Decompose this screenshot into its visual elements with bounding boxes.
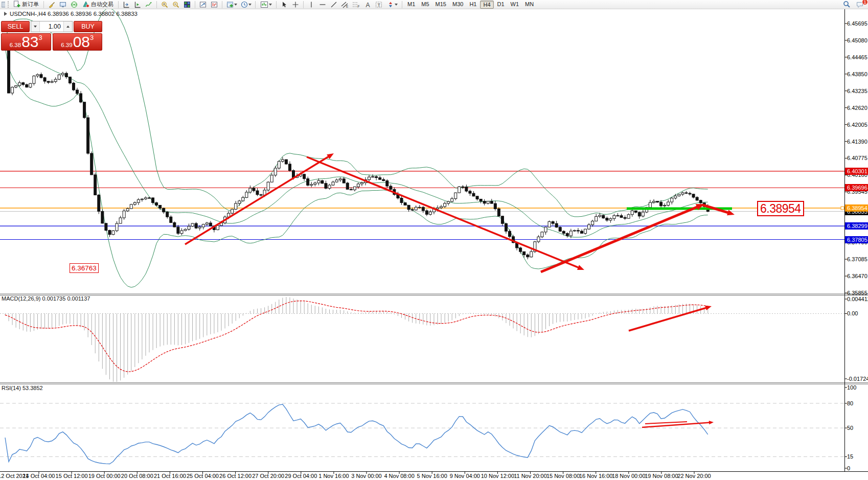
crosshair-tool-icon[interactable]: [290, 1, 301, 9]
svg-text:F: F: [358, 5, 360, 8]
buy-button[interactable]: BUY: [74, 21, 102, 32]
timeframe-h4[interactable]: H4: [480, 1, 493, 9]
timeframe-m15[interactable]: M15: [433, 1, 449, 9]
volume-stepper[interactable]: 1.00: [31, 21, 73, 32]
clean-charts-icon[interactable]: [47, 1, 57, 9]
search-icon[interactable]: [841, 1, 852, 9]
chart-title: USDCNH-,H4 6.38936 6.38936 6.38802 6.388…: [4, 11, 138, 17]
trendline-tool-icon[interactable]: [329, 1, 339, 9]
chart-shift-icon[interactable]: [121, 1, 131, 9]
timeframe-m1[interactable]: M1: [405, 1, 418, 9]
toolbar-separator: [303, 1, 304, 8]
toolbar-separator: [156, 1, 157, 8]
text-label-tool-icon[interactable]: T: [374, 1, 384, 9]
buy-price-prefix: 6.39: [61, 41, 72, 49]
notification-badge: 1: [862, 0, 868, 5]
svg-text:T: T: [378, 2, 381, 7]
toolbar-separator: [43, 1, 44, 8]
auto-trading-label: 自动交易: [91, 1, 113, 8]
volume-value[interactable]: 1.00: [40, 21, 63, 32]
toolbar-separator: [276, 1, 277, 8]
sell-price-prefix: 6.38: [10, 41, 21, 49]
buy-price-sup: 3: [90, 34, 94, 41]
market-watch-icon[interactable]: [58, 1, 68, 9]
zoom-in-icon[interactable]: [159, 1, 170, 9]
toolbar-separator: [222, 1, 222, 8]
buy-price-big: 08: [73, 35, 90, 49]
new-order-label: 新订单: [22, 1, 39, 8]
symbol-marker-icon: [4, 12, 7, 16]
periods-clock-button[interactable]: [239, 1, 253, 9]
toolbar-separator: [195, 1, 195, 8]
fibonacci-tool-icon[interactable]: F: [351, 1, 361, 9]
timeframe-w1[interactable]: W1: [508, 1, 522, 9]
sell-price-big: 83: [21, 35, 38, 49]
svg-text:E: E: [346, 5, 349, 8]
chart-title-text: USDCNH-,H4 6.38936 6.38936 6.38802 6.388…: [10, 11, 138, 17]
toolbar-separator: [255, 1, 256, 8]
auto-trading-button[interactable]: 自动交易: [80, 1, 116, 9]
line-studies-icon[interactable]: [144, 1, 154, 9]
vertical-line-tool-icon[interactable]: [306, 1, 316, 9]
horizontal-line-tool-icon[interactable]: [317, 1, 328, 9]
annotation-target-price[interactable]: 6.38954: [757, 201, 804, 216]
strategy-tester-icon[interactable]: [198, 1, 208, 9]
new-order-button[interactable]: 新订单: [11, 1, 41, 9]
auto-scroll-icon[interactable]: [132, 1, 143, 9]
new-order-icon: [13, 1, 20, 9]
equidistant-channel-tool-icon[interactable]: E: [340, 1, 350, 9]
buy-price-tile[interactable]: 6.39 08 3: [53, 33, 103, 51]
tile-windows-icon[interactable]: [182, 1, 192, 9]
macd-pane-label: MACD(12,26,9) 0.001735 0.001137: [2, 295, 90, 302]
cursor-tool-icon[interactable]: [279, 1, 289, 9]
timeframe-m5[interactable]: M5: [419, 1, 431, 9]
toolbar-separator: [118, 1, 119, 8]
svg-text:A: A: [366, 1, 370, 8]
chart-canvas[interactable]: [0, 0, 868, 480]
new-chart-button[interactable]: [225, 1, 238, 9]
community-chat-button[interactable]: 1: [855, 1, 865, 9]
timeframe-h1[interactable]: H1: [467, 1, 479, 9]
symbols-icon[interactable]: [1, 1, 6, 9]
toolbar-grip: [8, 1, 9, 8]
timeframe-m30[interactable]: M30: [450, 1, 466, 9]
top-toolbar: 新订单 自动交易 E F A T: [0, 0, 868, 9]
annotation-low-price[interactable]: 6.36763: [70, 263, 99, 273]
timeframe-d1[interactable]: D1: [495, 1, 507, 9]
volume-decrease-button[interactable]: [31, 21, 40, 32]
sell-price-sup: 3: [39, 34, 42, 41]
mt4-terminal: 新订单 自动交易 E F A T: [0, 0, 868, 480]
sell-button[interactable]: SELL: [1, 21, 30, 32]
chart-type-button[interactable]: [258, 1, 273, 9]
toolbar-separator: [402, 1, 402, 8]
chart-objects-icon[interactable]: [209, 1, 219, 9]
one-click-trading-panel: SELL 1.00 BUY 6.38 83 3 6.39 08 3: [1, 21, 102, 51]
arrows-tool-button[interactable]: [385, 1, 399, 9]
signals-icon[interactable]: [69, 1, 79, 9]
rsi-pane-label: RSI(14) 53.3852: [2, 385, 43, 391]
volume-increase-button[interactable]: [63, 21, 72, 32]
auto-trading-icon: [82, 1, 89, 9]
sell-price-tile[interactable]: 6.38 83 3: [1, 33, 51, 51]
timeframe-mn[interactable]: MN: [522, 1, 536, 9]
text-tool-icon[interactable]: A: [362, 1, 373, 9]
zoom-out-icon[interactable]: [171, 1, 181, 9]
